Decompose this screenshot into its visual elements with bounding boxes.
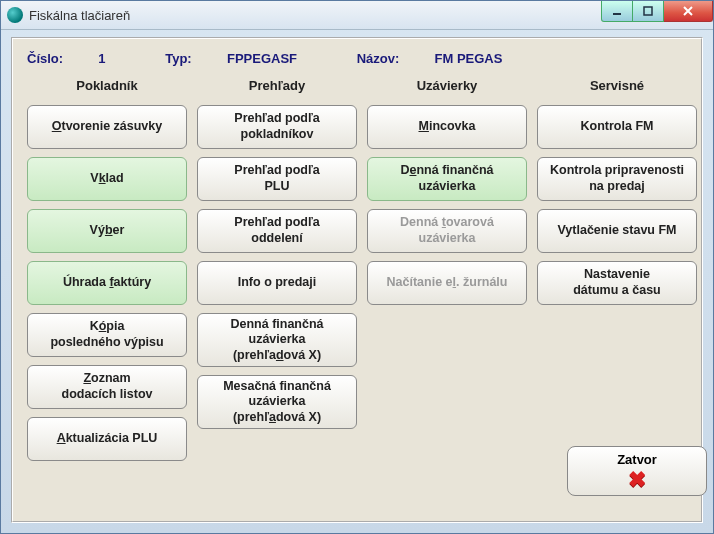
prehlad-plu-button[interactable]: Prehľad podľaPLU	[197, 157, 357, 201]
zatvor-button[interactable]: Zatvor ✖	[567, 446, 707, 496]
vytlacenie-button[interactable]: Vytlačenie stavu FM	[537, 209, 697, 253]
prehlad-pokladnikov-button[interactable]: Prehľad podľapokladníkov	[197, 105, 357, 149]
titlebar: Fiskálna tlačiareň	[1, 1, 713, 30]
otvorenie-zasuvky-button[interactable]: Otvorenie zásuvky	[27, 105, 187, 149]
window-title: Fiskálna tlačiareň	[29, 8, 130, 23]
kopia-button[interactable]: Kópiaposledného výpisu	[27, 313, 187, 357]
typ-value: FPPEGASF	[227, 51, 297, 66]
zatvor-label: Zatvor	[617, 452, 657, 467]
nazov-value: FM PEGAS	[435, 51, 503, 66]
svg-rect-0	[613, 13, 621, 15]
denna-fin-x-button[interactable]: Denná finančnáuzávierka(prehľadová X)	[197, 313, 357, 367]
cislo-value: 1	[98, 51, 105, 66]
kontrola-prip-button[interactable]: Kontrola pripravenostina predaj	[537, 157, 697, 201]
window-controls	[601, 1, 713, 21]
col-pokladnik: Pokladník Otvorenie zásuvky Vklad Výber …	[27, 76, 187, 461]
content-panel: Číslo: 1 Typ: FPPEGASF Názov: FM PEGAS P…	[11, 37, 703, 523]
col-head-uzavierky: Uzávierky	[417, 78, 478, 93]
app-icon	[7, 7, 23, 23]
nastavenie-button[interactable]: Nastaveniedátumu a času	[537, 261, 697, 305]
vklad-button[interactable]: Vklad	[27, 157, 187, 201]
close-icon	[682, 5, 694, 17]
cislo-label: Číslo:	[27, 51, 63, 66]
nacitanie-button[interactable]: Načítanie el. žurnálu	[367, 261, 527, 305]
col-prehlady: Prehľady Prehľad podľapokladníkov Prehľa…	[197, 76, 357, 461]
minimize-icon	[612, 6, 622, 16]
mesacna-fin-x-button[interactable]: Mesačná finančnáuzávierka(prehľadová X)	[197, 375, 357, 429]
maximize-button[interactable]	[633, 1, 664, 22]
uhrada-faktury-button[interactable]: Úhrada faktúry	[27, 261, 187, 305]
denna-fin-button[interactable]: Denná finančnáuzávierka	[367, 157, 527, 201]
mincovka-button[interactable]: Mincovka	[367, 105, 527, 149]
prehlad-oddeleni-button[interactable]: Prehľad podľaoddelení	[197, 209, 357, 253]
info-bar: Číslo: 1 Typ: FPPEGASF Názov: FM PEGAS	[27, 51, 687, 66]
kontrola-fm-button[interactable]: Kontrola FM	[537, 105, 697, 149]
col-servisne: Servisné Kontrola FM Kontrola pripraveno…	[537, 76, 697, 461]
col-uzavierky: Uzávierky Mincovka Denná finančnáuzávier…	[367, 76, 527, 461]
window-close-button[interactable]	[664, 1, 713, 22]
svg-rect-1	[644, 7, 652, 15]
denna-tov-button[interactable]: Denná tovarováuzávierka	[367, 209, 527, 253]
zoznam-button[interactable]: Zoznamdodacích listov	[27, 365, 187, 409]
vyber-button[interactable]: Výber	[27, 209, 187, 253]
col-head-prehlady: Prehľady	[249, 78, 305, 93]
info-predaj-button[interactable]: Info o predaji	[197, 261, 357, 305]
aktualizacia-button[interactable]: Aktualizácia PLU	[27, 417, 187, 461]
minimize-button[interactable]	[601, 1, 633, 22]
x-icon: ✖	[628, 469, 646, 491]
columns: Pokladník Otvorenie zásuvky Vklad Výber …	[27, 76, 687, 461]
col-head-servisne: Servisné	[590, 78, 644, 93]
maximize-icon	[643, 6, 653, 16]
window: Fiskálna tlačiareň Číslo: 1 Typ: FPPEGAS…	[0, 0, 714, 534]
typ-label: Typ:	[165, 51, 191, 66]
nazov-label: Názov:	[357, 51, 400, 66]
col-head-pokladnik: Pokladník	[76, 78, 137, 93]
